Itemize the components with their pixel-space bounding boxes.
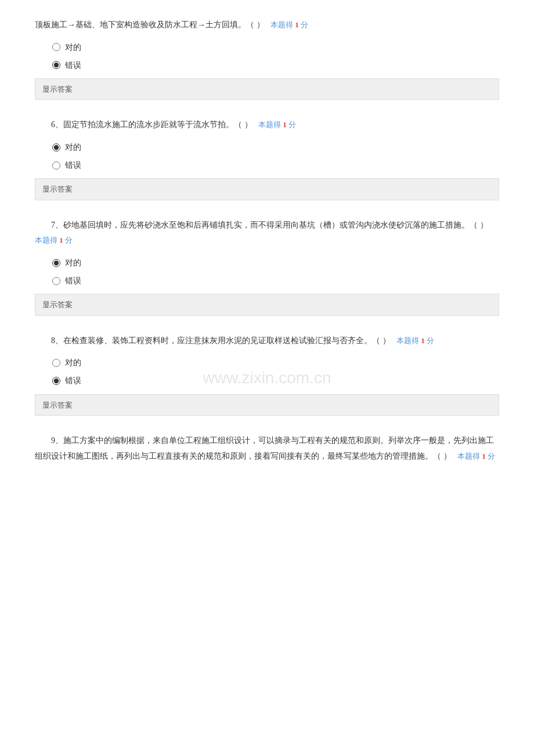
question-text-5: 顶板施工→基础、地下室构造验收及防水工程→土方回填。（ ） 本题得 1 分	[35, 17, 499, 33]
radio-q8-duide[interactable]	[52, 359, 60, 367]
score-unit-7: 分	[65, 236, 73, 244]
score-highlight-8: 1	[421, 336, 425, 345]
score-text-7: 本题得	[35, 236, 57, 244]
option-label-q5-2: 错误	[65, 58, 81, 73]
question-block-8: 8、在检查装修、装饰工程资料时，应注意抹灰用水泥的见证取样送检试验汇报与否齐全。…	[35, 333, 499, 416]
show-answer-text-5: 显示答案	[42, 85, 73, 93]
score-highlight-7: 1	[59, 236, 63, 244]
score-link-5[interactable]: 本题得 1 分	[270, 20, 308, 29]
option-label-q8-2: 错误	[65, 373, 81, 388]
question-text-8: 8、在检查装修、装饰工程资料时，应注意抹灰用水泥的见证取样送检试验汇报与否齐全。…	[35, 333, 499, 349]
question-block-6: 6、固定节拍流水施工的流水步距就等于流水节拍。（ ） 本题得 1 分 对的 错误…	[35, 117, 499, 200]
question-text-9: 9、施工方案中的编制根据，来自单位工程施工组织设计，可以摘录与工程有关的规范和原…	[35, 433, 499, 464]
score-text-6: 本题得	[258, 120, 281, 129]
score-text-9: 本题得	[457, 452, 480, 460]
score-text-5: 本题得	[270, 20, 293, 29]
option-label-q7-2: 错误	[65, 273, 81, 288]
score-highlight-9: 1	[482, 452, 486, 460]
option-label-q6-2: 错误	[65, 158, 81, 172]
radio-q7-duide[interactable]	[52, 259, 60, 267]
show-answer-bar-5[interactable]: 显示答案	[35, 78, 499, 100]
score-link-8[interactable]: 本题得 1 分	[396, 336, 434, 345]
score-link-6[interactable]: 本题得 1 分	[258, 120, 296, 129]
option-row-7-2: 错误	[52, 273, 499, 288]
option-row-5-1: 对的	[52, 40, 499, 55]
option-row-5-2: 错误	[52, 58, 499, 73]
option-label-q5-1: 对的	[65, 40, 81, 55]
option-row-6-2: 错误	[52, 158, 499, 172]
score-unit-5: 分	[301, 20, 308, 29]
score-unit-8: 分	[427, 336, 434, 345]
show-answer-text-6: 显示答案	[42, 185, 73, 193]
score-unit-6: 分	[288, 120, 296, 129]
show-answer-text-7: 显示答案	[42, 300, 73, 309]
question-block-9: 9、施工方案中的编制根据，来自单位工程施工组织设计，可以摘录与工程有关的规范和原…	[35, 433, 499, 464]
show-answer-bar-7[interactable]: 显示答案	[35, 294, 499, 315]
show-answer-bar-8[interactable]: 显示答案	[35, 394, 499, 416]
show-answer-text-8: 显示答案	[42, 401, 73, 409]
score-link-9[interactable]: 本题得 1 分	[457, 452, 495, 460]
question-text-7: 7、砂地基回填时，应先将砂浇水至饱和后再铺填扎实，而不得采用向基坑（槽）或管沟内…	[35, 218, 499, 249]
radio-q6-duide[interactable]	[52, 143, 60, 152]
option-row-8-2: 错误	[52, 373, 499, 388]
radio-q6-cuowu[interactable]	[52, 161, 60, 170]
question-block-7: 7、砂地基回填时，应先将砂浇水至饱和后再铺填扎实，而不得采用向基坑（槽）或管沟内…	[35, 218, 499, 316]
radio-q5-duide[interactable]	[52, 43, 60, 51]
radio-q5-cuowu[interactable]	[52, 61, 60, 69]
option-row-6-1: 对的	[52, 140, 499, 154]
radio-q8-cuowu[interactable]	[52, 377, 60, 385]
score-unit-9: 分	[488, 452, 495, 460]
option-row-7-1: 对的	[52, 255, 499, 270]
score-highlight-5: 1	[295, 20, 299, 29]
option-label-q7-1: 对的	[65, 255, 81, 270]
score-text-8: 本题得	[396, 336, 419, 345]
question-block-5: 顶板施工→基础、地下室构造验收及防水工程→土方回填。（ ） 本题得 1 分 对的…	[35, 17, 499, 100]
score-highlight-6: 1	[283, 120, 287, 129]
show-answer-bar-6[interactable]: 显示答案	[35, 178, 499, 200]
score-link-7[interactable]: 本题得 1 分	[35, 236, 73, 244]
option-label-q8-1: 对的	[65, 355, 81, 370]
question-text-6: 6、固定节拍流水施工的流水步距就等于流水节拍。（ ） 本题得 1 分	[35, 117, 499, 133]
radio-q7-cuowu[interactable]	[52, 277, 60, 285]
option-row-8-1: 对的	[52, 355, 499, 370]
option-label-q6-1: 对的	[65, 140, 81, 154]
